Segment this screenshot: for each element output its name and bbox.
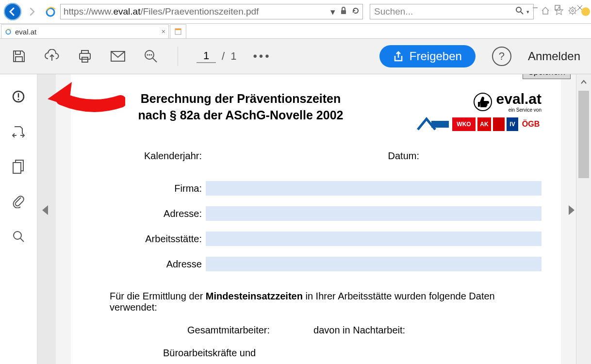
scroll-up-icon[interactable] <box>576 75 591 89</box>
url-host: www. <box>91 6 113 17</box>
email-icon[interactable] <box>110 48 126 65</box>
share-button[interactable]: Freigeben <box>379 45 476 67</box>
svg-point-31 <box>151 54 152 56</box>
ie-logo-icon <box>45 6 56 17</box>
home-icon[interactable] <box>541 6 550 17</box>
svg-line-17 <box>575 8 576 9</box>
field-arbeitsstaette[interactable] <box>206 232 542 246</box>
auva-logo <box>416 117 450 131</box>
left-collapse-icon[interactable] <box>42 205 48 215</box>
pdf-area: Speichern Berechnung der Präventionszeit… <box>0 74 591 364</box>
page-viewport: Speichern Berechnung der Präventionszeit… <box>56 74 576 364</box>
lock-icon[interactable] <box>340 6 347 17</box>
help-label: ? <box>499 50 505 63</box>
svg-line-38 <box>20 238 24 242</box>
cloud-upload-icon[interactable] <box>44 48 60 65</box>
iv-logo: IV <box>507 117 518 131</box>
label-firma: Firma: <box>110 183 206 194</box>
url-path: /Files/Praeventionszeiten.pdf <box>140 6 259 17</box>
help-button[interactable]: ? <box>492 47 511 66</box>
label-adresse: Adresse: <box>110 208 206 219</box>
alert-panel-icon[interactable] <box>12 90 25 103</box>
save-icon[interactable] <box>11 48 27 65</box>
search-box[interactable]: Suchen... ▾ <box>370 4 534 19</box>
dropdown-icon[interactable]: ▾ <box>330 6 335 17</box>
tools-icon[interactable] <box>568 6 577 17</box>
browser-nav-row: https://www.eval.at/Files/Praeventionsze… <box>0 0 591 24</box>
share-label: Freigeben <box>410 50 462 63</box>
browser-chrome-icons <box>541 6 590 17</box>
url-domain: eval.at <box>113 6 140 17</box>
eval-logo-text: eval.at <box>496 91 542 107</box>
ak-logo: AK <box>477 117 491 131</box>
eval-logo-sub: ein Service von <box>496 107 542 113</box>
ogb-logo: ÖGB <box>520 117 542 131</box>
label-kalenderjahr: Kalenderjahr: <box>110 150 206 162</box>
right-collapse-icon[interactable] <box>569 205 575 215</box>
print-icon[interactable] <box>77 48 93 65</box>
svg-line-14 <box>570 8 571 9</box>
tab-active[interactable]: eval.at × <box>1 24 169 38</box>
logo-block: eval.at ein Service von WKO AK IV ÖGB <box>381 91 542 131</box>
page-separator: / <box>222 50 225 63</box>
page-control: 1 / 1 <box>197 50 236 63</box>
svg-rect-24 <box>80 53 90 59</box>
export-panel-icon[interactable] <box>12 125 25 138</box>
pages-panel-icon[interactable] <box>12 160 25 173</box>
refresh-icon[interactable] <box>352 6 360 17</box>
svg-point-8 <box>570 8 575 14</box>
address-bar[interactable]: https://www.eval.at/Files/Praeventionsze… <box>60 4 363 19</box>
forward-button <box>23 3 41 20</box>
share-icon <box>393 51 404 62</box>
oesterreich-logo <box>493 117 505 131</box>
label-gesamtmitarbeiter: Gesamtmitarbeiter: <box>187 325 270 336</box>
label-arbeitsstaette: Arbeitsstätte: <box>110 233 206 245</box>
wko-logo: WKO <box>452 117 476 131</box>
back-button[interactable] <box>4 3 21 20</box>
svg-point-29 <box>149 54 150 56</box>
field-adresse2[interactable] <box>206 257 542 271</box>
tab-title: eval.at <box>15 28 36 36</box>
search-placeholder: Suchen... <box>374 6 413 17</box>
svg-rect-22 <box>16 57 22 62</box>
svg-point-18 <box>6 30 10 34</box>
pdf-side-rail <box>0 74 37 364</box>
svg-rect-5 <box>341 10 346 14</box>
field-adresse[interactable] <box>206 206 542 221</box>
svg-line-28 <box>153 58 157 62</box>
signin-label: Anmelden <box>528 50 580 63</box>
svg-point-6 <box>516 7 521 12</box>
more-options-icon[interactable]: ••• <box>253 50 271 63</box>
pdf-page: Speichern Berechnung der Präventionszeit… <box>71 74 561 364</box>
annotation-arrow-icon <box>38 72 125 126</box>
new-tab-icon <box>174 28 182 35</box>
info-line: Für die Ermittlung der Mindesteinsatzzei… <box>110 291 542 313</box>
svg-rect-40 <box>431 121 449 128</box>
document-save-button[interactable]: Speichern <box>523 74 571 79</box>
scroll-thumb[interactable] <box>578 91 589 178</box>
svg-line-7 <box>521 12 523 14</box>
svg-point-30 <box>147 54 148 56</box>
favorites-icon[interactable] <box>554 6 564 17</box>
svg-rect-36 <box>13 163 21 173</box>
attachments-panel-icon[interactable] <box>12 195 25 208</box>
zoom-icon[interactable] <box>143 48 159 65</box>
current-page[interactable]: 1 <box>197 50 216 63</box>
svg-line-15 <box>575 13 576 14</box>
tab-close-icon[interactable]: × <box>162 28 165 35</box>
label-nachtarbeit: davon in Nachtarbeit: <box>313 325 405 336</box>
label-bueroarbeitskraefte: Büroarbeitskräfte und <box>163 347 256 359</box>
svg-line-16 <box>570 13 571 14</box>
field-firma[interactable] <box>206 181 542 196</box>
new-tab-button[interactable] <box>170 24 186 38</box>
svg-rect-20 <box>175 29 181 30</box>
pdf-toolbar: 1 / 1 ••• Freigeben ? Anmelden <box>0 39 591 74</box>
signin-link[interactable]: Anmelden <box>528 50 580 63</box>
search-panel-icon[interactable] <box>12 230 25 243</box>
search-icon[interactable]: ▾ <box>515 6 529 17</box>
vertical-scrollbar[interactable] <box>576 74 591 364</box>
label-adresse2: Adresse <box>110 259 206 270</box>
document-title: Berechnung der Präventionszeiten nach § … <box>110 91 372 124</box>
svg-rect-21 <box>16 51 20 54</box>
feedback-icon[interactable] <box>581 7 590 16</box>
